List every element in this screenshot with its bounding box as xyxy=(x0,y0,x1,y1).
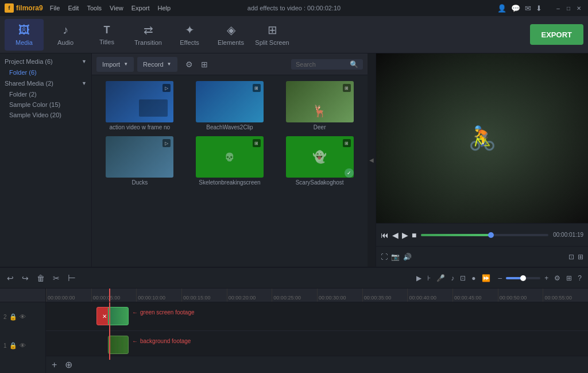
close-button[interactable]: ✕ xyxy=(574,3,583,13)
media-item-name: Ducks xyxy=(131,179,148,186)
music-button[interactable]: ♪ xyxy=(449,273,456,283)
grid-view-button[interactable]: ⊞ xyxy=(199,59,210,70)
track-1-number: 1 xyxy=(3,343,7,349)
skip-back-button[interactable]: ⏮ xyxy=(381,230,389,240)
toolbar-audio-button[interactable]: ♪ Audio xyxy=(46,19,85,51)
track-1-lane[interactable]: ← background footage xyxy=(46,331,588,359)
play-tl-button[interactable]: ▶ xyxy=(415,273,423,283)
split-button[interactable]: ⊢ xyxy=(65,271,78,284)
list-item[interactable]: ⊞ 💀 Skeletonbreakingscreen xyxy=(188,136,272,186)
add-media-button[interactable]: ⊕ xyxy=(63,358,75,371)
media-grid: ▷ action video w frame no ⊞ BeachWaves2C… xyxy=(92,75,368,191)
snapshot-button[interactable]: 📷 xyxy=(391,253,400,261)
undo-button[interactable]: ↩ xyxy=(5,272,16,284)
import-button[interactable]: Import ▼ xyxy=(96,57,134,72)
shared-folder[interactable]: Folder (2) xyxy=(0,89,91,99)
clip-x-label: ✕ xyxy=(102,313,107,320)
sample-video[interactable]: Sample Video (20) xyxy=(0,110,91,120)
app-name: filmora9 xyxy=(16,4,43,12)
toolbar-titles-button[interactable]: T Titles xyxy=(87,19,126,51)
track-2-lane[interactable]: ✕ ← green screen footage xyxy=(46,302,588,330)
clip-mark-button[interactable]: ⊦ xyxy=(425,273,432,283)
list-item[interactable]: ▷ action video w frame no xyxy=(98,81,182,130)
time-mark: 00:00:10:00 xyxy=(136,289,181,302)
chat-icon[interactable]: 💬 xyxy=(511,4,520,13)
project-media-folder[interactable]: Folder (6) xyxy=(0,67,91,78)
export-button[interactable]: EXPORT xyxy=(530,24,583,45)
media-icon: 🖼 xyxy=(18,24,30,37)
splitscreen-label: Split Screen xyxy=(255,39,289,46)
media-item-name: ScarySadakoghost xyxy=(296,179,344,186)
toolbar-media-button[interactable]: 🖼 Media xyxy=(5,19,44,51)
help-tl-button[interactable]: ? xyxy=(576,273,583,283)
menu-item-edit[interactable]: Edit xyxy=(64,3,82,13)
person-icon[interactable]: 👤 xyxy=(497,4,506,13)
volume-button[interactable]: 🔊 xyxy=(403,253,412,261)
menu-item-tools[interactable]: Tools xyxy=(83,3,105,13)
zoom-out-button[interactable]: – xyxy=(497,273,504,283)
collapse-panel-button[interactable]: ◀ xyxy=(368,53,376,267)
add-track-button[interactable]: + xyxy=(49,359,59,371)
menu-item-export[interactable]: Export xyxy=(128,3,153,13)
zoom-in-button[interactable]: + xyxy=(543,273,550,283)
menu-item-help[interactable]: Help xyxy=(154,3,175,13)
list-item[interactable]: ⊞ 🦌 Deer xyxy=(277,81,362,130)
menu-item-view[interactable]: View xyxy=(106,3,127,13)
stop-button[interactable]: ■ xyxy=(412,230,416,240)
grid-tl-button[interactable]: ⊞ xyxy=(564,273,574,283)
shared-media-group[interactable]: Shared Media (2) ▼ xyxy=(0,78,91,89)
redo-button[interactable]: ↪ xyxy=(20,272,31,284)
filter-button[interactable]: ⚙ xyxy=(183,59,195,70)
track-2-clip[interactable] xyxy=(108,307,129,325)
step-back-button[interactable]: ◀ xyxy=(392,230,399,240)
track-2-eye[interactable]: 👁 xyxy=(20,313,26,320)
progress-bar-container[interactable] xyxy=(421,234,548,236)
media-thumbnail: ▷ xyxy=(106,136,173,178)
mic-button[interactable]: 🎤 xyxy=(435,273,447,283)
list-item[interactable]: ⊞ ✓ 👻 ScarySadakoghost xyxy=(277,136,362,186)
mail-icon[interactable]: ✉ xyxy=(525,4,531,13)
track-2-lock[interactable]: 🔒 xyxy=(9,313,17,321)
layout-button[interactable]: ⊞ xyxy=(578,253,583,261)
track-2-number: 2 xyxy=(3,314,7,320)
toolbar-effects-button[interactable]: ✦ Effects xyxy=(170,19,209,51)
toolbar-splitscreen-button[interactable]: ⊞ Split Screen xyxy=(253,19,292,51)
pip-tl-button[interactable]: ⊡ xyxy=(458,273,467,283)
playhead-ruler xyxy=(109,289,110,302)
media-item-name: Skeletonbreakingscreen xyxy=(199,179,260,186)
media-thumbnail: ⊞ 💀 xyxy=(196,136,264,178)
logo-icon: f xyxy=(5,3,14,13)
download-icon[interactable]: ⬇ xyxy=(536,4,542,13)
settings-tl-button[interactable]: ⚙ xyxy=(552,273,562,283)
audio-label: Audio xyxy=(57,39,74,46)
speed-button[interactable]: ⏩ xyxy=(480,273,492,283)
color-button[interactable]: ● xyxy=(470,273,477,283)
background-arrow: ← xyxy=(132,338,138,344)
list-item[interactable]: ⊞ BeachWaves2Clip xyxy=(188,81,272,130)
track-row: ✕ ← green screen footage xyxy=(46,302,588,331)
minimize-button[interactable]: – xyxy=(554,3,563,13)
progress-fill xyxy=(421,234,491,236)
track-1-clip[interactable] xyxy=(108,336,129,354)
track-1-lock[interactable]: 🔒 xyxy=(9,342,17,349)
toolbar-elements-button[interactable]: ◈ Elements xyxy=(211,19,250,51)
fullscreen-button[interactable]: ⛶ xyxy=(381,253,388,261)
time-mark: 00:00:05:00 xyxy=(91,289,137,302)
track-1-eye[interactable]: 👁 xyxy=(20,342,26,349)
cut-button[interactable]: ✂ xyxy=(51,272,62,284)
delete-button[interactable]: 🗑 xyxy=(34,272,47,284)
background-label: background footage xyxy=(140,338,191,344)
menu-item-file[interactable]: File xyxy=(47,3,64,13)
timeline-content: 2 🔒 👁 1 🔒 👁 00:00:00:00 00:00:05:00 00:0… xyxy=(0,289,588,373)
play-button[interactable]: ▶ xyxy=(402,230,408,240)
project-media-group[interactable]: Project Media (6) ▼ xyxy=(0,56,91,67)
sample-color[interactable]: Sample Color (15) xyxy=(0,99,91,110)
timecode-display: 00:00:01:19 xyxy=(553,232,583,238)
preview-panel: 🚴 ⏮ ◀ ▶ ■ 00:00:01:19 ⛶ 📷 🔊 xyxy=(376,53,588,267)
toolbar-transition-button[interactable]: ⇄ Transition xyxy=(129,19,168,51)
pip-button[interactable]: ⊡ xyxy=(568,253,574,261)
record-button[interactable]: Record ▼ xyxy=(137,57,177,72)
list-item[interactable]: ▷ Ducks xyxy=(98,136,182,186)
maximize-button[interactable]: □ xyxy=(564,3,573,13)
search-input[interactable] xyxy=(296,61,347,68)
